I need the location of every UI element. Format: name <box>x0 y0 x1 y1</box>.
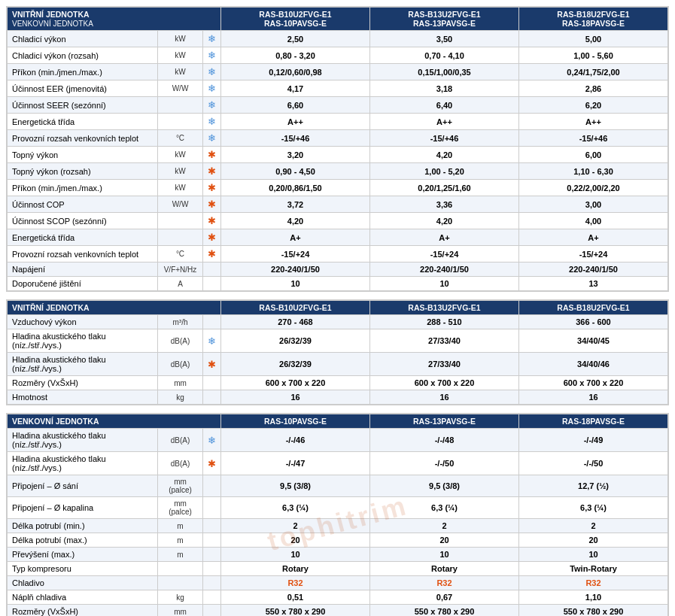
row-value-3: A+ <box>519 229 668 246</box>
row-value-2: 0,15/1,00/0,35 <box>370 64 519 80</box>
row-unit: m³/h <box>158 315 203 329</box>
row-value-2: 3,18 <box>370 80 519 97</box>
row-value-3: 366 - 600 <box>519 315 668 329</box>
row-value-3: -15/+24 <box>519 246 668 262</box>
table-row: Příkon (min./jmen./max.) kW ❄ 0,12/0,60/… <box>8 64 668 80</box>
row-value-3: 20 <box>519 533 668 548</box>
row-unit: m <box>158 548 203 562</box>
row-value-2: 27/33/40 <box>370 329 519 353</box>
row-unit <box>158 229 203 246</box>
row-icon: ✱ <box>203 147 221 163</box>
table-row: Hladina akustického tlaku (níz./stř./vys… <box>8 452 668 475</box>
row-icon: ❄ <box>203 31 221 47</box>
section-header-main: VNITŘNÍ JEDNOTKA <box>8 301 221 315</box>
row-value-3: Twin-Rotary <box>519 562 668 576</box>
row-icon <box>203 576 221 590</box>
row-value-1: 0,51 <box>221 590 370 605</box>
row-value-1: 0,80 - 3,20 <box>221 47 370 64</box>
row-value-1: 0,90 - 4,50 <box>221 163 370 180</box>
row-value-1: 16 <box>221 390 370 405</box>
row-label: Účinnost COP <box>8 196 158 213</box>
row-value-2: 4,20 <box>370 213 519 229</box>
row-icon <box>203 562 221 576</box>
table-row: Náplň chladiva kg 0,51 0,67 1,10 <box>8 590 668 605</box>
row-label: Připojení – Ø kapalina <box>8 497 158 519</box>
row-value-3: 6,20 <box>519 97 668 114</box>
hot-icon: ✱ <box>208 215 216 226</box>
row-label: Hladina akustického tlaku (níz./stř./vys… <box>8 452 158 475</box>
table-row: Chladicí výkon (rozsah) kW ❄ 0,80 - 3,20… <box>8 47 668 64</box>
row-unit: kg <box>158 590 203 605</box>
row-unit: dB(A) <box>158 353 203 376</box>
row-icon <box>203 390 221 405</box>
row-label: Topný výkon (rozsah) <box>8 163 158 180</box>
row-unit: m <box>158 519 203 533</box>
table-row: Délka potrubí (min.) m 2 2 2 <box>8 519 668 533</box>
row-value-1: 0,12/0,60/0,98 <box>221 64 370 80</box>
row-value-3: 6,00 <box>519 147 668 163</box>
section-vnitrni-venkovni: VNITŘNÍ JEDNOTKAVENKOVNÍ JEDNOTKA RAS-B1… <box>6 6 669 292</box>
row-label: Napájení <box>8 262 158 277</box>
row-value-1: A+ <box>221 229 370 246</box>
row-icon <box>203 262 221 277</box>
row-value-1: 0,20/0,86/1,50 <box>221 180 370 196</box>
row-label: Připojení – Ø sání <box>8 475 158 497</box>
row-value-1: 2 <box>221 519 370 533</box>
row-value-1: 3,72 <box>221 196 370 213</box>
row-unit: A <box>158 277 203 291</box>
row-value-2: Rotary <box>370 562 519 576</box>
table-row: Účinnost COP W/W ✱ 3,72 3,36 3,00 <box>8 196 668 213</box>
col2-header: RAS-13PAVSG-E <box>370 414 519 429</box>
col2-header: RAS-B13U2FVG-E1 <box>370 301 519 315</box>
cold-icon: ❄ <box>208 335 216 347</box>
row-label: Hmotnost <box>8 390 158 405</box>
row-value-1: 4,20 <box>221 213 370 229</box>
cold-icon: ❄ <box>208 435 216 446</box>
row-unit: kg <box>158 390 203 405</box>
row-value-2: 0,67 <box>370 590 519 605</box>
row-label: Rozměry (VxŠxH) <box>8 376 158 390</box>
hot-icon: ✱ <box>208 248 216 259</box>
row-value-3: -15/+46 <box>519 130 668 147</box>
row-icon <box>203 497 221 519</box>
cold-icon: ❄ <box>208 33 216 44</box>
row-unit <box>158 562 203 576</box>
row-label: Vzduchový výkon <box>8 315 158 329</box>
table-row: Hladina akustického tlaku (níz./stř./vys… <box>8 429 668 452</box>
row-icon: ❄ <box>203 130 221 147</box>
table-row: Hmotnost kg 16 16 16 <box>8 390 668 405</box>
row-icon: ❄ <box>203 429 221 452</box>
row-unit: mm <box>158 605 203 617</box>
row-icon: ✱ <box>203 213 221 229</box>
row-icon <box>203 376 221 390</box>
row-value-3: 3,00 <box>519 196 668 213</box>
row-value-1: 270 - 468 <box>221 315 370 329</box>
row-value-2: 9,5 (3/8) <box>370 475 519 497</box>
row-unit: mm <box>158 376 203 390</box>
table-row: Provozní rozsah venkovních teplot °C ✱ -… <box>8 246 668 262</box>
table-row: Hladina akustického tlaku (níz./stř./vys… <box>8 353 668 376</box>
hot-icon: ✱ <box>208 182 216 193</box>
row-value-3: 550 x 780 x 290 <box>519 605 668 617</box>
row-unit: kW <box>158 31 203 47</box>
row-value-2: A+ <box>370 229 519 246</box>
table-row: Rozměry (VxŠxH) mm 550 x 780 x 290 550 x… <box>8 605 668 617</box>
table-row: Hladina akustického tlaku (níz./stř./vys… <box>8 329 668 353</box>
col2-header: RAS-B13U2FVG-E1RAS-13PAVSG-E <box>370 8 519 31</box>
row-value-2: 10 <box>370 277 519 291</box>
row-value-1: 2,50 <box>221 31 370 47</box>
table-row: Připojení – Ø sání mm (palce) 9,5 (3/8) … <box>8 475 668 497</box>
row-icon <box>203 533 221 548</box>
row-label: Doporučené jištění <box>8 277 158 291</box>
row-icon: ❄ <box>203 97 221 114</box>
section-header-main: VNITŘNÍ JEDNOTKAVENKOVNÍ JEDNOTKA <box>8 8 221 31</box>
row-value-3: 16 <box>519 390 668 405</box>
row-label: Příkon (min./jmen./max.) <box>8 64 158 80</box>
row-unit: W/W <box>158 80 203 97</box>
row-label: Provozní rozsah venkovních teplot <box>8 130 158 147</box>
row-value-1: 600 x 700 x 220 <box>221 376 370 390</box>
row-icon <box>203 475 221 497</box>
row-icon: ✱ <box>203 353 221 376</box>
row-label: Energetická třída <box>8 114 158 130</box>
row-unit: mm (palce) <box>158 497 203 519</box>
